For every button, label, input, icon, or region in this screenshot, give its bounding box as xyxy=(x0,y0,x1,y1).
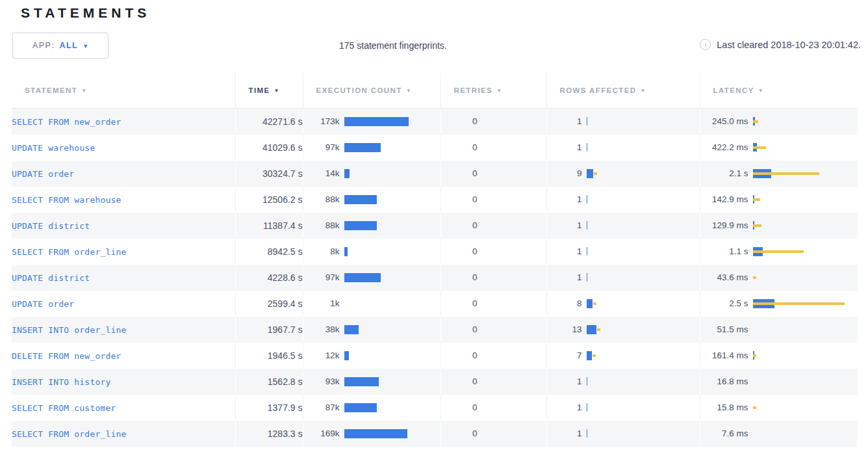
exec-count-value: 1k xyxy=(307,298,340,308)
column-header-label: TIME xyxy=(249,86,270,94)
rows-affected-bar xyxy=(587,273,587,282)
rows-affected-bar-area xyxy=(587,272,700,284)
column-header-rows-affected[interactable]: ROWS AFFECTED▼ xyxy=(546,73,700,108)
exec-count-value: 87k xyxy=(307,403,340,412)
statement-link[interactable]: SELECT FROM customer xyxy=(12,403,116,413)
statement-link[interactable]: UPDATE district xyxy=(12,221,90,231)
table-row: INSERT INTO history1562.8 s93k0116.8 ms xyxy=(12,369,858,395)
exec-count: 8k xyxy=(303,239,440,265)
rows-affected: 1 xyxy=(546,108,700,135)
rows-affected-bar xyxy=(587,403,587,412)
latency-whisker xyxy=(753,198,760,201)
time-value: 1946.5 s xyxy=(235,343,303,369)
latency: 43.6 ms xyxy=(700,265,858,291)
exec-count: 88k xyxy=(303,213,440,239)
sort-caret-icon: ▼ xyxy=(274,88,280,94)
exec-count-bar-area xyxy=(344,428,440,440)
time-value: 4228.6 s xyxy=(235,265,303,291)
last-cleared-text: Last cleared 2018-10-23 20:01:42. xyxy=(717,40,861,50)
app-filter-dropdown[interactable]: APP: ALL ▼ xyxy=(12,33,108,59)
rows-affected: 13 xyxy=(546,317,700,343)
rows-affected-bar xyxy=(587,429,587,438)
column-header-latency[interactable]: LATENCY▼ xyxy=(700,73,858,108)
column-header-time[interactable]: TIME▼ xyxy=(235,73,303,108)
latency-whisker xyxy=(753,146,766,149)
statement-link[interactable]: UPDATE order xyxy=(12,299,74,309)
time-value: 2599.4 s xyxy=(235,291,303,317)
latency-bar-area xyxy=(753,324,858,336)
rows-affected-bar xyxy=(587,221,587,230)
exec-count-bar-area xyxy=(344,168,440,179)
latency-bar-area xyxy=(753,168,858,179)
statement-link[interactable]: INSERT INTO order_line xyxy=(12,325,127,335)
time-value: 1967.7 s xyxy=(235,317,303,343)
exec-count-bar xyxy=(344,169,350,178)
sort-caret-icon: ▼ xyxy=(758,88,764,94)
statement-link[interactable]: UPDATE warehouse xyxy=(12,143,95,153)
rows-affected: 9 xyxy=(546,161,700,187)
latency-value: 7.6 ms xyxy=(704,429,748,438)
rows-affected-bar-area xyxy=(587,428,700,440)
column-header-label: RETRIES xyxy=(454,86,493,94)
retries-cell: 0 xyxy=(440,108,546,135)
rows-affected: 1 xyxy=(546,421,700,447)
rows-affected-value: 1 xyxy=(551,194,582,204)
table-row: UPDATE warehouse41029.6 s97k01422.2 ms xyxy=(12,135,858,161)
statement-link[interactable]: UPDATE district xyxy=(12,273,90,283)
exec-count-value: 173k xyxy=(307,116,340,126)
statement-link[interactable]: UPDATE order xyxy=(12,169,74,179)
exec-count-value: 93k xyxy=(307,377,340,386)
exec-count-bar-area xyxy=(344,246,440,258)
statement-link[interactable]: SELECT FROM order_line xyxy=(12,247,127,257)
statement-link[interactable]: SELECT FROM new_order xyxy=(12,117,121,127)
rows-affected: 8 xyxy=(546,291,700,317)
table-row: INSERT INTO order_line1967.7 s38k01351.5… xyxy=(12,317,858,343)
retries-value: 0 xyxy=(445,116,478,126)
retries-value: 0 xyxy=(445,351,478,360)
retries-cell: 0 xyxy=(440,421,546,447)
exec-count: 97k xyxy=(303,135,440,161)
retries-cell: 0 xyxy=(440,395,546,421)
sort-caret-icon: ▼ xyxy=(641,88,646,94)
column-header-statement[interactable]: STATEMENT▼ xyxy=(12,73,235,108)
rows-affected: 1 xyxy=(546,213,700,239)
table-row: SELECT FROM warehouse12506.2 s88k01142.9… xyxy=(12,187,858,213)
latency-bar-area xyxy=(753,428,858,440)
rows-affected-whisker xyxy=(593,302,596,305)
exec-count: 169k xyxy=(303,421,440,447)
statement-cell: UPDATE district xyxy=(12,213,235,239)
statement-link[interactable]: SELECT FROM order_line xyxy=(12,429,127,439)
rows-affected-bar xyxy=(587,351,592,360)
column-header-execution-count[interactable]: EXECUTION COUNT▼ xyxy=(303,73,440,108)
exec-count: 14k xyxy=(303,161,440,187)
latency-value: 142.9 ms xyxy=(704,194,748,204)
statement-link[interactable]: SELECT FROM warehouse xyxy=(12,195,121,205)
rows-affected-bar-area xyxy=(587,194,700,205)
statement-link[interactable]: INSERT INTO history xyxy=(12,377,111,387)
rows-affected-value: 9 xyxy=(551,168,582,178)
retries-value: 0 xyxy=(445,298,478,308)
statement-link[interactable]: DELETE FROM new_order xyxy=(12,351,121,361)
latency-bar-area xyxy=(753,142,858,153)
info-icon[interactable]: i xyxy=(700,39,711,50)
rows-affected-value: 13 xyxy=(551,324,582,334)
table-row: SELECT FROM customer1377.9 s87k0115.8 ms xyxy=(12,395,858,421)
latency-value: 129.9 ms xyxy=(704,220,748,230)
exec-count-value: 169k xyxy=(307,429,340,438)
latency: 2.5 s xyxy=(700,291,858,317)
statements-page: STATEMENTS APP: ALL ▼ 175 statement fing… xyxy=(0,0,868,450)
exec-count: 38k xyxy=(303,317,440,343)
rows-affected-bar-area xyxy=(587,350,700,362)
exec-count: 1k xyxy=(303,291,440,317)
time-value: 1562.8 s xyxy=(235,369,303,395)
exec-count-bar-area xyxy=(344,272,440,284)
rows-affected-value: 1 xyxy=(551,429,582,438)
latency: 161.4 ms xyxy=(700,343,858,369)
rows-affected-bar-area xyxy=(587,142,700,153)
column-header-retries[interactable]: RETRIES▼ xyxy=(440,73,546,108)
column-header-label: ROWS AFFECTED xyxy=(560,86,637,94)
time-value: 12506.2 s xyxy=(235,187,303,213)
retries-value: 0 xyxy=(445,377,478,386)
latency-whisker xyxy=(753,406,756,409)
exec-count: 97k xyxy=(303,265,440,291)
